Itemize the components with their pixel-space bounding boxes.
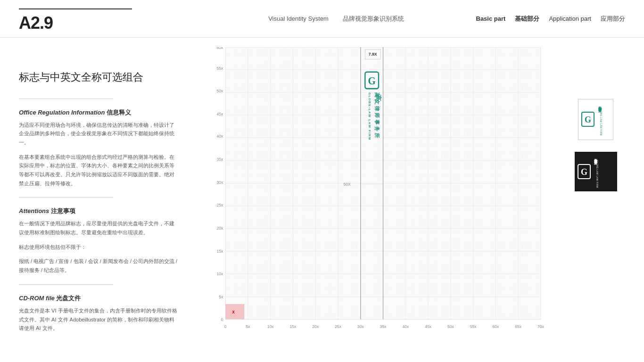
logo-en-white: GLOBE-LAW LAW FIRM	[597, 108, 602, 136]
svg-text:GLOBE-LAW LAW FIRM: GLOBE-LAW LAW FIRM	[368, 92, 372, 140]
svg-text:25x: 25x	[217, 203, 223, 207]
header-title-en: Visual Identity System	[268, 15, 329, 22]
logo-icon-white: G	[581, 112, 594, 127]
section2-heading-cn: 注意事项	[51, 207, 75, 214]
svg-text:7.9X: 7.9X	[369, 52, 377, 57]
section3-heading-cn: 光盘文件	[56, 295, 81, 302]
section2-heading: Attentions 注意事项	[19, 207, 179, 215]
svg-text:30x: 30x	[357, 324, 364, 329]
svg-rect-167	[225, 304, 244, 319]
svg-text:35x: 35x	[380, 324, 387, 329]
svg-text:50X: 50X	[343, 182, 350, 187]
logo-cn-black: 高文律师事务所	[594, 156, 598, 159]
section2-heading-en: Attentions	[19, 207, 49, 214]
divider-3	[19, 284, 113, 285]
grid-svg: 0 5x 10x 15x 20x 25x 30x 35x 40x 45x 50x…	[207, 47, 550, 343]
logo-cn-white: 高文律师事务所	[597, 103, 602, 107]
section1-heading: Office Regulation Information 信息释义	[19, 108, 179, 117]
application-part-cn: 应用部分	[601, 15, 625, 23]
left-content: 标志与中英文全称可选组合 Office Regulation Informati…	[19, 42, 189, 362]
section1-heading-en: Office Regulation Information	[19, 109, 105, 116]
header-title-cn: 品牌视觉形象识别系统	[343, 15, 404, 23]
svg-text:20x: 20x	[217, 226, 223, 230]
svg-text:40x: 40x	[402, 324, 409, 329]
svg-text:高文律师事务所: 高文律师事务所	[374, 92, 380, 140]
section2-body2: 标志使用环境包括但不限于：	[19, 243, 179, 252]
logo-en-black: GLOBE-LAW LAW FIRM	[594, 160, 598, 188]
header-right: Basic part 基础部分 Application part 应用部分	[474, 15, 625, 23]
svg-text:45x: 45x	[425, 324, 431, 329]
basic-part-en: Basic part	[476, 15, 506, 22]
svg-text:20x: 20x	[312, 324, 319, 329]
chart-area: 0 5x 10x 15x 20x 25x 30x 35x 40x 45x 50x…	[189, 42, 550, 362]
svg-text:60x: 60x	[217, 47, 223, 50]
svg-text:25x: 25x	[335, 324, 341, 329]
svg-text:15x: 15x	[290, 324, 297, 329]
svg-text:5x: 5x	[246, 324, 250, 329]
svg-text:10x: 10x	[267, 324, 274, 329]
divider-1	[19, 99, 113, 99]
svg-text:0: 0	[224, 324, 227, 329]
svg-text:55x: 55x	[470, 324, 477, 329]
header-center: Visual Identity System 品牌视觉形象识别系统	[198, 15, 474, 23]
svg-text:35x: 35x	[217, 157, 223, 162]
section3-heading: CD-ROM file 光盘文件	[19, 294, 179, 303]
svg-text:70x: 70x	[537, 324, 544, 329]
svg-text:15x: 15x	[217, 248, 223, 253]
section2-list: 报纸 / 电视广告 / 宣传 / 包装 / 会议 / 新闻发布会 / 公司内外部…	[19, 257, 179, 274]
svg-text:55x: 55x	[217, 66, 223, 70]
section1-body2: 在基本要素组合系统中出现的组合形式均经过严格的测算与检验。在实际应用中，标志的位…	[19, 153, 179, 188]
svg-text:10x: 10x	[217, 272, 223, 276]
section2-body1: 在一般情况下使用品牌标志，应尽量使用提供的光盘电子文件，不建议使用标准制图绘制标…	[19, 219, 179, 237]
section3-body: 光盘文件是本 VI 手册电子文件的集合，内含手册制作时的专用软件格式文件。其中 …	[19, 306, 179, 333]
svg-text:50x: 50x	[447, 324, 454, 329]
logo-icon-black: G	[578, 164, 591, 179]
section1-body1: 为适应不同使用场合与环境，确保信息传达的清晰与准确，特设计了企业品牌的多种组合，…	[19, 121, 179, 147]
basic-part-cn: 基础部分	[515, 15, 539, 23]
svg-text:G: G	[368, 75, 375, 87]
section1-heading-cn: 信息释义	[107, 109, 131, 116]
divider-2	[19, 197, 113, 197]
section-main-title: 标志与中英文全称可选组合	[19, 71, 179, 84]
section3-heading-en: CD-ROM file	[19, 295, 55, 302]
application-part-en: Application part	[549, 15, 591, 22]
svg-text:G: G	[585, 115, 591, 124]
svg-text:45x: 45x	[217, 112, 223, 116]
svg-text:5x: 5x	[219, 295, 223, 299]
svg-text:40x: 40x	[217, 134, 223, 139]
svg-text:G: G	[580, 167, 587, 177]
svg-text:0: 0	[221, 317, 223, 322]
svg-text:x: x	[232, 309, 235, 314]
svg-text:50x: 50x	[217, 89, 223, 93]
right-logos-panel: G 高文律师事务所 GLOBE-LAW LAW FIRM G 高文律师事务所 G…	[552, 42, 639, 191]
header: Visual Identity System 品牌视觉形象识别系统 Basic …	[0, 0, 644, 38]
svg-text:30x: 30x	[217, 180, 223, 184]
svg-text:60x: 60x	[492, 324, 499, 329]
svg-text:65x: 65x	[515, 324, 521, 329]
